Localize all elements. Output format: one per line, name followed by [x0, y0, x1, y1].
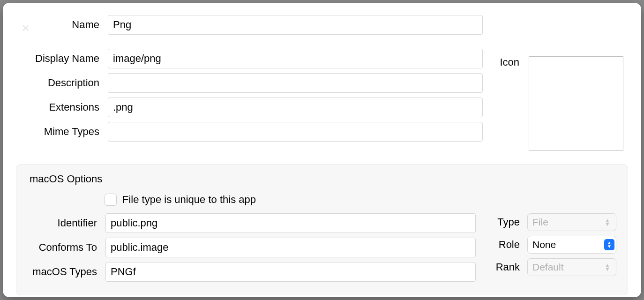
label-macos-types: macOS Types — [28, 266, 105, 278]
row-description: Description — [16, 73, 483, 93]
label-rank: Rank — [490, 261, 527, 273]
role-select-value: None — [532, 239, 556, 250]
label-icon: Icon — [500, 56, 519, 68]
label-type: Type — [490, 216, 527, 228]
display-name-input[interactable] — [108, 49, 483, 68]
label-conforms-to: Conforms To — [28, 241, 105, 254]
conforms-to-input[interactable] — [105, 238, 476, 257]
top-form: Name Display Name Description Extensions… — [16, 15, 628, 151]
options-right: Type File ▲▼ Role None ▲▼ — [476, 213, 616, 281]
unique-checkbox[interactable] — [105, 194, 117, 206]
rank-select-value: Default — [532, 262, 564, 273]
label-identifier: Identifier — [28, 217, 105, 229]
type-select[interactable]: File ▲▼ — [527, 213, 616, 231]
rank-select[interactable]: Default ▲▼ — [527, 258, 616, 276]
row-macos-types: macOS Types — [28, 262, 476, 282]
row-rank: Rank Default ▲▼ — [490, 258, 616, 276]
role-select[interactable]: None ▲▼ — [527, 236, 616, 254]
macos-types-input[interactable] — [105, 262, 476, 282]
unique-checkbox-label: File type is unique to this app — [122, 194, 256, 206]
row-unique-checkbox: File type is unique to this app — [28, 194, 616, 206]
macos-options-group: macOS Options File type is unique to thi… — [16, 164, 628, 295]
options-left: Identifier Conforms To macOS Types — [28, 213, 476, 286]
icon-column: Icon — [483, 15, 628, 151]
row-name: Name — [16, 15, 483, 35]
file-type-panel: × Name Display Name Description Extensio… — [3, 3, 641, 297]
row-display-name: Display Name — [16, 49, 483, 68]
icon-well[interactable] — [529, 56, 623, 151]
chevron-up-down-icon: ▲▼ — [605, 218, 611, 226]
identifier-input[interactable] — [105, 213, 476, 233]
label-description: Description — [16, 77, 108, 89]
options-body: Identifier Conforms To macOS Types Type … — [28, 213, 616, 286]
label-extensions: Extensions — [16, 101, 108, 113]
row-type: Type File ▲▼ — [490, 213, 616, 231]
row-conforms-to: Conforms To — [28, 238, 476, 257]
description-input[interactable] — [108, 73, 483, 93]
fields-column: Name Display Name Description Extensions… — [16, 15, 483, 146]
label-mime-types: Mime Types — [16, 126, 108, 138]
extensions-input[interactable] — [108, 98, 483, 117]
row-identifier: Identifier — [28, 213, 476, 233]
close-icon[interactable]: × — [22, 22, 35, 35]
chevron-up-down-icon: ▲▼ — [605, 263, 611, 271]
macos-options-title: macOS Options — [30, 173, 616, 185]
label-role: Role — [490, 239, 527, 251]
row-role: Role None ▲▼ — [490, 236, 616, 254]
row-extensions: Extensions — [16, 98, 483, 117]
row-mime-types: Mime Types — [16, 122, 483, 142]
mime-types-input[interactable] — [108, 122, 483, 142]
chevron-up-down-icon: ▲▼ — [604, 239, 614, 250]
type-select-value: File — [532, 217, 548, 228]
label-display-name: Display Name — [16, 52, 108, 65]
name-input[interactable] — [108, 15, 483, 35]
